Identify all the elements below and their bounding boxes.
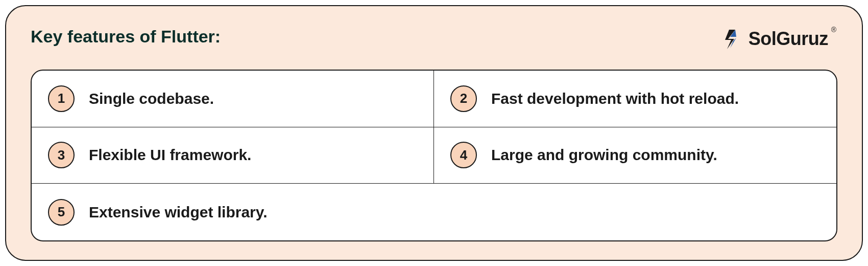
feature-item: 2 Fast development with hot reload.	[434, 71, 836, 127]
feature-text: Large and growing community.	[491, 146, 717, 164]
feature-item: 1 Single codebase.	[32, 71, 434, 127]
feature-number-badge: 1	[48, 85, 75, 112]
feature-text: Extensive widget library.	[89, 204, 268, 221]
feature-card: Key features of Flutter: SolGuruz ® 1 Si…	[5, 5, 863, 261]
brand-logo-icon	[720, 27, 744, 51]
features-grid: 1 Single codebase. 2 Fast development wi…	[31, 70, 837, 241]
feature-text: Flexible UI framework.	[89, 146, 251, 164]
feature-text: Fast development with hot reload.	[491, 90, 739, 107]
brand-logo: SolGuruz ®	[720, 27, 837, 51]
feature-text: Single codebase.	[89, 90, 214, 107]
registered-mark: ®	[831, 26, 836, 34]
feature-item: 3 Flexible UI framework.	[32, 127, 434, 184]
page-title: Key features of Flutter:	[31, 27, 221, 47]
feature-number-badge: 5	[48, 199, 75, 226]
brand-logo-text: SolGuruz	[749, 28, 828, 50]
feature-item: 4 Large and growing community.	[434, 127, 836, 184]
feature-number-badge: 2	[450, 85, 477, 112]
feature-number-badge: 3	[48, 142, 75, 168]
feature-item: 5 Extensive widget library.	[32, 184, 836, 240]
card-header: Key features of Flutter: SolGuruz ®	[31, 27, 837, 51]
feature-number-badge: 4	[450, 142, 477, 168]
